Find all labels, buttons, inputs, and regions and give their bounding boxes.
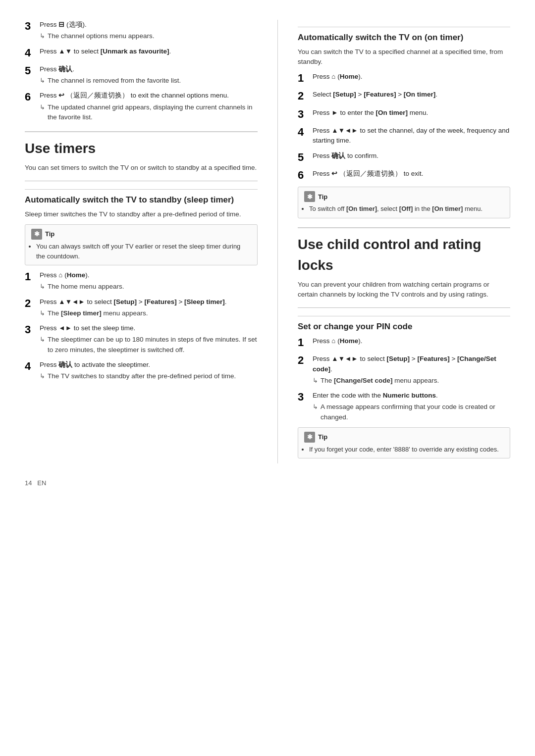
sleep-step-1-content: Press ⌂ (Home). ↳ The home menu appears. [40,270,258,292]
on-timer-steps: 1 Press ⌂ (Home). 2 Select [Setup] > [Fe… [298,72,510,182]
tip-label-pin: Tip [318,432,327,442]
on-timer-step-4-content: Press ▲▼◄► to set the channel, day of th… [313,126,510,146]
tip-content-sleep: You can always switch off your TV earlie… [31,242,251,261]
pin-step-2-content: Press ▲▼◄► to select [Setup] > [Features… [313,354,510,386]
sleep-timer-steps: 1 Press ⌂ (Home). ↳ The home menu appear… [25,270,258,381]
sleep-step-2: 2 Press ▲▼◄► to select [Setup] > [Featur… [25,297,258,319]
step-6-content: Press ↩ （返回／频道切换） to exit the channel op… [40,91,258,122]
sleep-step-4-content: Press 确认 to activate the sleeptimer. ↳ T… [40,360,258,382]
child-control-intro: You can prevent your children from watch… [298,280,510,300]
on-timer-step-6-text: Press ↩ （返回／频道切换） to exit. [313,170,424,177]
on-timer-intro: You can switch the TV to a specified cha… [298,47,510,67]
step-3-result: The channel options menu appears. [48,31,154,41]
step-5-content: Press 确认. ↳ The channel is removed from … [40,64,258,86]
step-6-text: Press ↩ （返回／频道切换） to exit the channel op… [40,92,229,99]
on-timer-step-3: 3 Press ► to enter the [On timer] menu. [298,108,510,121]
step-num-6: 6 [25,91,40,103]
use-timers-intro: You can set timers to switch the TV on o… [25,163,258,173]
on-timer-step-6: 6 Press ↩ （返回／频道切换） to exit. [298,169,510,182]
sleep-step-1-arrow: ↳ The home menu appears. [40,282,258,292]
step-6-result: The updated channel grid appears, displa… [48,102,258,123]
divider-pin [298,307,510,308]
pin-step-num-1: 1 [298,336,313,349]
on-timer-step-6-content: Press ↩ （返回／频道切换） to exit. [313,169,510,179]
on-timer-step-2: 2 Select [Setup] > [Features] > [On time… [298,90,510,102]
on-timer-step-5: 5 Press 确认 to confirm. [298,151,510,164]
on-timer-step-2-text: Select [Setup] > [Features] > [On timer]… [313,91,437,98]
sleep-step-num-3: 3 [25,323,40,336]
on-timer-step-num-1: 1 [298,72,313,85]
step-3-content: Press ⊟ (选项). ↳ The channel options menu… [40,20,258,42]
on-timer-step-3-text: Press ► to enter the [On timer] menu. [313,109,428,116]
sleep-step-3-text: Press ◄► to set the sleep time. [40,324,135,332]
tip-content-on-timer: To switch off [On timer], select [Off] i… [304,204,504,214]
use-timers-title: Use timers [25,131,258,159]
pin-step-3: 3 Enter the code with the Numeric button… [298,391,510,422]
sleep-step-2-text: Press ▲▼◄► to select [Setup] > [Features… [40,298,227,305]
tip-item-sleep: You can always switch off your TV earlie… [36,242,251,261]
pin-step-1: 1 Press ⌂ (Home). [298,336,510,349]
step-num-4: 4 [25,47,40,59]
tip-item-on-timer: To switch off [On timer], select [Off] i… [309,204,504,214]
right-column: Automatically switch the TV on (on timer… [277,20,510,463]
sleep-step-4-arrow: ↳ The TV switches to standby after the p… [40,371,258,381]
on-timer-step-num-5: 5 [298,151,313,164]
step-3-arrow: ↳ The channel options menu appears. [40,31,258,41]
pin-code-subtitle: Set or change your PIN code [298,316,510,333]
tip-star-icon-on-timer: ✱ [304,191,315,202]
pin-code-steps: 1 Press ⌂ (Home). 2 Press ▲▼◄► to select… [298,336,510,422]
pin-step-3-result: A message appears confirming that your c… [321,402,510,422]
pin-step-2-arrow: ↳ The [Change/Set code] menu appears. [313,376,510,386]
sleep-step-3-content: Press ◄► to set the sleep time. ↳ The sl… [40,323,258,355]
on-timer-step-1: 1 Press ⌂ (Home). [298,72,510,85]
step-6-arrow: ↳ The updated channel grid appears, disp… [40,102,258,123]
tip-header-sleep: ✱ Tip [31,229,251,240]
sleep-timer-intro: Sleep timer switches the TV to standby a… [25,209,258,219]
on-timer-step-num-2: 2 [298,90,313,102]
sleep-step-1-text: Press ⌂ (Home). [40,271,89,279]
sleep-step-3-result: The sleeptimer can be up to 180 minutes … [48,335,258,355]
on-timer-step-1-content: Press ⌂ (Home). [313,72,510,82]
step-4: 4 Press ▲▼ to select [Unmark as favourit… [25,47,258,59]
page-lang: EN [37,479,46,487]
sleep-step-1: 1 Press ⌂ (Home). ↳ The home menu appear… [25,270,258,292]
on-timer-step-num-4: 4 [298,126,313,139]
tip-item-pin: If you forget your code, enter '8888' to… [309,445,504,454]
sleep-step-4-text: Press 确认 to activate the sleeptimer. [40,361,150,368]
pin-step-3-content: Enter the code with the Numeric buttons.… [313,391,510,422]
on-timer-tip: ✱ Tip To switch off [On timer], select [… [298,187,510,218]
steps-top: 3 Press ⊟ (选项). ↳ The channel options me… [25,20,258,122]
on-timer-step-4-text: Press ▲▼◄► to set the channel, day of th… [313,127,509,144]
pin-step-1-content: Press ⌂ (Home). [313,336,510,346]
on-timer-step-num-3: 3 [298,108,313,121]
sleep-timer-subtitle: Automatically switch the TV to standby (… [25,189,258,206]
step-5-arrow: ↳ The channel is removed from the favori… [40,76,258,86]
on-timer-step-4: 4 Press ▲▼◄► to set the channel, day of … [298,126,510,146]
on-timer-step-5-text: Press 确认 to confirm. [313,152,378,159]
tip-label-sleep: Tip [45,229,54,239]
tip-label-on-timer: Tip [318,192,327,202]
tip-header-pin: ✱ Tip [304,432,504,443]
pin-step-num-2: 2 [298,354,313,367]
left-column: 3 Press ⊟ (选项). ↳ The channel options me… [25,20,258,463]
pin-step-2-result: The [Change/Set code] menu appears. [321,376,439,386]
sleep-step-2-result: The [Sleep timer] menu appears. [48,308,148,318]
sleep-step-4-result: The TV switches to standby after the pre… [48,371,236,381]
page-layout: 3 Press ⊟ (选项). ↳ The channel options me… [25,20,510,463]
sleep-step-2-content: Press ▲▼◄► to select [Setup] > [Features… [40,297,258,319]
step-5-result: The channel is removed from the favorite… [48,76,181,86]
sleep-step-3: 3 Press ◄► to set the sleep time. ↳ The … [25,323,258,355]
tip-star-icon: ✱ [31,229,42,240]
on-timer-step-5-content: Press 确认 to confirm. [313,151,510,161]
pin-step-2: 2 Press ▲▼◄► to select [Setup] > [Featur… [298,354,510,386]
sleep-step-3-arrow: ↳ The sleeptimer can be up to 180 minute… [40,335,258,355]
pin-step-1-text: Press ⌂ (Home). [313,337,362,345]
on-timer-subtitle: Automatically switch the TV on (on timer… [298,27,510,44]
step-4-content: Press ▲▼ to select [Unmark as favourite]… [40,47,258,56]
on-timer-step-3-content: Press ► to enter the [On timer] menu. [313,108,510,118]
page-footer: 14 EN [25,478,510,488]
step-3: 3 Press ⊟ (选项). ↳ The channel options me… [25,20,258,42]
sleep-step-num-2: 2 [25,297,40,310]
tip-content-pin: If you forget your code, enter '8888' to… [304,445,504,454]
pin-step-num-3: 3 [298,391,313,403]
